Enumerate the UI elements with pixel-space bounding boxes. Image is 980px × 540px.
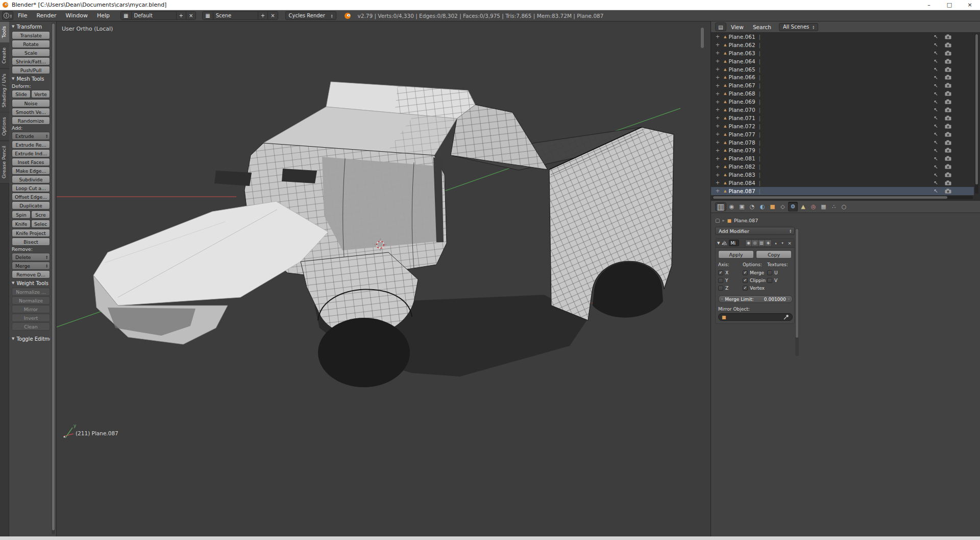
outliner-item-plane-072[interactable]: + ▲ Plane.072 | ↖ [711, 122, 974, 130]
tool-button-randomize[interactable]: Randomize [12, 116, 50, 125]
object-name[interactable]: Plane.068 [728, 90, 755, 97]
decrement-arrow-icon[interactable]: ‹ [721, 297, 723, 301]
outliner-item-plane-078[interactable]: + ▲ Plane.078 | ↖ [711, 138, 974, 147]
camera-render-icon[interactable] [945, 67, 951, 72]
toolshelf-tab-tools[interactable]: Tools [0, 21, 9, 43]
object-name[interactable]: Plane.072 [728, 123, 755, 129]
expand-icon[interactable]: + [715, 83, 720, 88]
tool-button-push-pull[interactable]: Push/Pull [12, 66, 50, 74]
toolshelf-tab-grease-pencil[interactable]: Grease Pencil [0, 141, 9, 183]
properties-tab-texture-icon[interactable]: ▦ [819, 202, 828, 212]
menu-window[interactable]: Window [61, 10, 92, 21]
checkbox-box[interactable] [767, 270, 772, 275]
modifier-name-field[interactable]: Mi [729, 240, 739, 246]
properties-tab-world-icon[interactable]: ◐ [757, 202, 767, 212]
properties-tab-scene-icon[interactable]: ◔ [747, 202, 757, 212]
camera-render-icon[interactable] [945, 59, 951, 64]
outliner-item-plane-087[interactable]: + ▲ Plane.087 | ↖ [711, 187, 974, 195]
properties-tab-render-icon[interactable]: ◉ [727, 202, 737, 212]
object-name[interactable]: Plane.064 [728, 58, 755, 64]
tool-button-remove-d[interactable]: Remove D... [12, 270, 50, 278]
cursor-select-icon[interactable]: ↖ [934, 188, 938, 194]
eyedropper-icon[interactable] [783, 314, 789, 320]
tool-button-offset-edge[interactable]: Offset Edge... [12, 193, 50, 201]
checkbox-box[interactable]: ✓ [743, 278, 748, 283]
expand-icon[interactable]: + [715, 50, 720, 56]
outliner-view-menu[interactable]: View [726, 24, 748, 30]
scene-browse-icon[interactable]: ▦ [203, 12, 213, 19]
camera-render-icon[interactable] [945, 91, 951, 96]
tool-button-inset-faces[interactable]: Inset Faces [12, 158, 50, 166]
cursor-select-icon[interactable]: ↖ [934, 180, 938, 185]
tool-button-noise[interactable]: Noise [12, 99, 50, 107]
tool-button-scale[interactable]: Scale [12, 49, 50, 57]
tool-button-subdivide[interactable]: Subdivide [12, 175, 50, 183]
cursor-select-icon[interactable]: ↖ [934, 172, 938, 178]
expand-icon[interactable]: + [715, 42, 720, 48]
object-name[interactable]: Plane.063 [728, 50, 755, 56]
toolshelf-tab-options[interactable]: Options [0, 112, 9, 141]
viewport-scroll-thumb[interactable] [701, 28, 704, 48]
expand-icon[interactable]: + [715, 131, 720, 137]
expand-icon[interactable]: + [715, 172, 720, 178]
object-name[interactable]: Plane.079 [728, 147, 755, 153]
merge-limit-field[interactable]: ‹ Merge Limit: 0.001000 › [718, 295, 793, 303]
object-name[interactable]: Plane.082 [728, 163, 755, 170]
tool-button-loop-cut-a[interactable]: Loop Cut a... [12, 184, 50, 192]
tool-button-knife[interactable]: Knife [12, 220, 31, 228]
properties-tab-object-icon[interactable]: ■ [768, 202, 777, 212]
checkbox-box[interactable]: ✓ [743, 286, 748, 291]
object-name[interactable]: Plane.067 [728, 82, 755, 88]
camera-render-icon[interactable] [945, 42, 951, 48]
cursor-select-icon[interactable]: ↖ [934, 131, 938, 137]
camera-render-icon[interactable] [945, 156, 951, 161]
modifier-toggle-editmode-icon[interactable]: ▥ [758, 240, 765, 247]
expand-icon[interactable]: + [715, 99, 720, 105]
camera-render-icon[interactable] [945, 148, 951, 153]
tool-button-rotate[interactable]: Rotate [12, 40, 50, 48]
maximize-button[interactable]: □ [939, 0, 960, 10]
delete-modifier-button[interactable]: × [787, 240, 793, 247]
camera-render-icon[interactable] [945, 189, 951, 194]
scene-name[interactable]: Scene [213, 12, 258, 19]
panel-header-toggle-editmode[interactable]: ▼Toggle Editmode [12, 335, 50, 343]
toolshelf-tab-create[interactable]: Create [0, 43, 9, 69]
modifier-toggle-camera-icon[interactable]: ◉ [745, 240, 752, 247]
checkbox-box[interactable] [767, 278, 772, 283]
cursor-select-icon[interactable]: ↖ [934, 58, 938, 64]
tool-button-smooth-ve[interactable]: Smooth Ve... [12, 108, 50, 116]
tool-button-translate[interactable]: Translate [12, 31, 50, 39]
object-name[interactable]: Plane.077 [728, 131, 755, 137]
outliner-vscrollbar[interactable] [975, 34, 978, 194]
properties-editor-selector[interactable]: ▥ [715, 202, 726, 211]
tool-button-invert[interactable]: Invert [12, 314, 50, 322]
tool-button-extrude-ind[interactable]: Extrude Ind... [12, 149, 50, 157]
properties-tab-material-icon[interactable]: ◎ [808, 202, 818, 212]
tool-button-verte[interactable]: Verte [31, 90, 50, 98]
tool-button-scre[interactable]: Scre [31, 210, 50, 219]
object-name[interactable]: Plane.078 [728, 139, 755, 146]
object-name[interactable]: Plane.069 [728, 99, 755, 105]
object-name[interactable]: Plane.070 [728, 107, 755, 113]
tool-button-extrude[interactable]: Extrude▴▾ [12, 132, 50, 140]
cursor-select-icon[interactable]: ↖ [934, 42, 938, 48]
modifier-toggle-cage-icon[interactable]: ◈ [765, 240, 772, 247]
expand-icon[interactable]: + [715, 188, 720, 194]
cursor-select-icon[interactable]: ↖ [934, 107, 938, 112]
tool-button-spin[interactable]: Spin [12, 210, 31, 219]
expand-icon[interactable]: + [715, 75, 720, 80]
cursor-select-icon[interactable]: ↖ [934, 34, 938, 39]
cursor-select-icon[interactable]: ↖ [934, 50, 938, 56]
cursor-select-icon[interactable]: ↖ [934, 83, 938, 88]
move-modifier-up-button[interactable]: ▴ [773, 240, 778, 247]
camera-render-icon[interactable] [945, 180, 951, 185]
cursor-select-icon[interactable]: ↖ [934, 66, 938, 72]
move-modifier-down-button[interactable]: ▾ [780, 240, 785, 247]
properties-tab-object-data-icon[interactable]: ▲ [798, 202, 808, 212]
tool-button-slide[interactable]: Slide [12, 90, 31, 98]
copy-button[interactable]: Copy [756, 250, 792, 259]
menu-file[interactable]: File [13, 10, 32, 21]
outliner-item-plane-070[interactable]: + ▲ Plane.070 | ↖ [711, 106, 974, 114]
checkbox-vertex[interactable]: ✓Vertex [743, 284, 767, 292]
expand-icon[interactable]: + [715, 66, 720, 72]
